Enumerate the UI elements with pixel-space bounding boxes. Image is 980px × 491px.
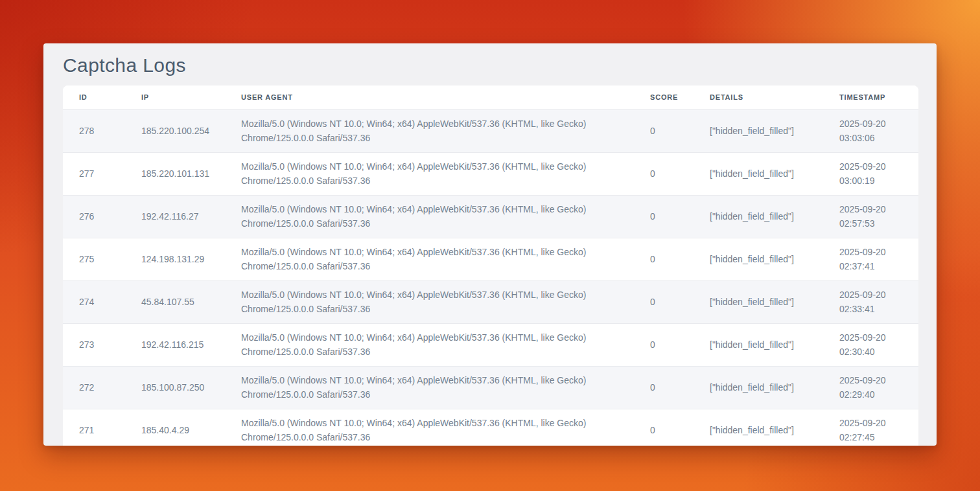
cell-ip: 45.84.107.55	[125, 281, 225, 324]
cell-user-agent: Mozilla/5.0 (Windows NT 10.0; Win64; x64…	[225, 409, 634, 446]
cell-timestamp: 2025-09-20 02:33:41	[823, 281, 918, 324]
cell-timestamp: 2025-09-20 02:27:45	[823, 409, 918, 446]
table-header-row: ID IP USER AGENT SCORE DETAILS TIMESTAMP	[63, 86, 918, 110]
cell-details: ["hidden_field_filled"]	[694, 196, 823, 238]
cell-score: 0	[634, 324, 694, 367]
cell-ip: 192.42.116.27	[125, 196, 225, 238]
cell-score: 0	[634, 409, 694, 446]
cell-id: 277	[63, 153, 125, 196]
cell-id: 276	[63, 196, 125, 238]
cell-timestamp: 2025-09-20 02:29:40	[823, 367, 918, 409]
table-row: 277 185.220.101.131 Mozilla/5.0 (Windows…	[63, 153, 918, 196]
cell-timestamp: 2025-09-20 02:37:41	[823, 238, 918, 281]
cell-ip: 185.220.100.254	[125, 110, 225, 153]
cell-user-agent: Mozilla/5.0 (Windows NT 10.0; Win64; x64…	[225, 324, 634, 367]
cell-score: 0	[634, 367, 694, 409]
page-title: Captcha Logs	[63, 54, 937, 77]
column-header-ip: IP	[125, 86, 225, 110]
cell-id: 274	[63, 281, 125, 324]
cell-score: 0	[634, 238, 694, 281]
cell-score: 0	[634, 281, 694, 324]
cell-id: 273	[63, 324, 125, 367]
cell-details: ["hidden_field_filled"]	[694, 367, 823, 409]
table-row: 272 185.100.87.250 Mozilla/5.0 (Windows …	[63, 367, 918, 409]
cell-details: ["hidden_field_filled"]	[694, 324, 823, 367]
table-row: 274 45.84.107.55 Mozilla/5.0 (Windows NT…	[63, 281, 918, 324]
cell-details: ["hidden_field_filled"]	[694, 409, 823, 446]
logs-table: ID IP USER AGENT SCORE DETAILS TIMESTAMP…	[63, 86, 918, 446]
table-row: 278 185.220.100.254 Mozilla/5.0 (Windows…	[63, 110, 918, 153]
cell-user-agent: Mozilla/5.0 (Windows NT 10.0; Win64; x64…	[225, 281, 634, 324]
cell-id: 272	[63, 367, 125, 409]
cell-ip: 185.100.87.250	[125, 367, 225, 409]
cell-id: 271	[63, 409, 125, 446]
cell-score: 0	[634, 196, 694, 238]
cell-score: 0	[634, 110, 694, 153]
cell-ip: 185.220.101.131	[125, 153, 225, 196]
logs-table-container: ID IP USER AGENT SCORE DETAILS TIMESTAMP…	[63, 86, 918, 446]
table-row: 276 192.42.116.27 Mozilla/5.0 (Windows N…	[63, 196, 918, 238]
cell-user-agent: Mozilla/5.0 (Windows NT 10.0; Win64; x64…	[225, 153, 634, 196]
cell-ip: 192.42.116.215	[125, 324, 225, 367]
cell-details: ["hidden_field_filled"]	[694, 153, 823, 196]
cell-timestamp: 2025-09-20 02:57:53	[823, 196, 918, 238]
cell-details: ["hidden_field_filled"]	[694, 110, 823, 153]
cell-ip: 124.198.131.29	[125, 238, 225, 281]
column-header-id: ID	[63, 86, 125, 110]
cell-details: ["hidden_field_filled"]	[694, 238, 823, 281]
cell-details: ["hidden_field_filled"]	[694, 281, 823, 324]
column-header-details: DETAILS	[694, 86, 823, 110]
cell-user-agent: Mozilla/5.0 (Windows NT 10.0; Win64; x64…	[225, 110, 634, 153]
captcha-logs-card: Captcha Logs ID IP USER AGENT SCORE DETA…	[43, 43, 937, 446]
table-row: 273 192.42.116.215 Mozilla/5.0 (Windows …	[63, 324, 918, 367]
cell-timestamp: 2025-09-20 03:03:06	[823, 110, 918, 153]
table-row: 275 124.198.131.29 Mozilla/5.0 (Windows …	[63, 238, 918, 281]
cell-id: 275	[63, 238, 125, 281]
cell-user-agent: Mozilla/5.0 (Windows NT 10.0; Win64; x64…	[225, 367, 634, 409]
cell-user-agent: Mozilla/5.0 (Windows NT 10.0; Win64; x64…	[225, 196, 634, 238]
column-header-score: SCORE	[634, 86, 694, 110]
cell-ip: 185.40.4.29	[125, 409, 225, 446]
cell-score: 0	[634, 153, 694, 196]
cell-id: 278	[63, 110, 125, 153]
cell-timestamp: 2025-09-20 02:30:40	[823, 324, 918, 367]
table-row: 271 185.40.4.29 Mozilla/5.0 (Windows NT …	[63, 409, 918, 446]
column-header-timestamp: TIMESTAMP	[823, 86, 918, 110]
column-header-user-agent: USER AGENT	[225, 86, 634, 110]
cell-user-agent: Mozilla/5.0 (Windows NT 10.0; Win64; x64…	[225, 238, 634, 281]
cell-timestamp: 2025-09-20 03:00:19	[823, 153, 918, 196]
